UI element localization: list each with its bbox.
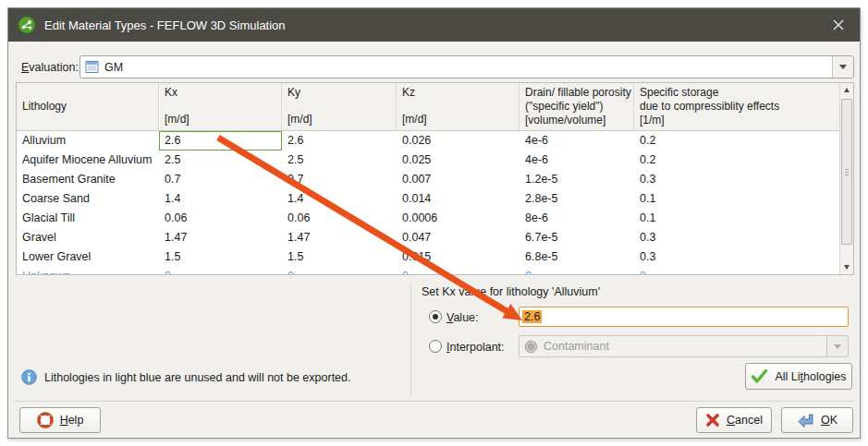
cancel-label: Cancel bbox=[727, 414, 763, 427]
value-cell[interactable]: 0.3 bbox=[634, 170, 853, 189]
column-header-line: Specific storage bbox=[640, 86, 847, 100]
value-cell[interactable]: 2.6 bbox=[282, 131, 397, 151]
value-cell[interactable]: 1.4 bbox=[159, 189, 282, 209]
column-header: Drain/ fillable porosity("specific yield… bbox=[520, 83, 634, 130]
value-cell[interactable]: 0.047 bbox=[397, 228, 520, 247]
value-cell[interactable]: 0.1 bbox=[634, 189, 853, 209]
column-header-line: [m/d] bbox=[287, 113, 390, 127]
scrollbar-grip bbox=[845, 172, 849, 173]
lithology-cell[interactable]: Basement Granite bbox=[17, 170, 159, 189]
table-row: Glacial Till0.060.060.00068e-60.1 bbox=[17, 209, 853, 228]
arrow-up-icon bbox=[844, 88, 850, 92]
info-note: Lithologies in light blue are unused and… bbox=[21, 369, 350, 385]
column-header: Lithology bbox=[17, 83, 159, 130]
interpolant-radio-label[interactable]: Interpolant: bbox=[446, 341, 505, 354]
close-icon[interactable] bbox=[826, 13, 850, 37]
evaluation-combobox[interactable]: GM bbox=[79, 55, 854, 78]
value-cell[interactable]: 1.5 bbox=[282, 247, 397, 267]
lithology-cell[interactable]: Coarse Sand bbox=[17, 189, 159, 209]
evaluation-dropdown-button[interactable] bbox=[832, 56, 853, 78]
value-cell[interactable]: 0.1 bbox=[634, 209, 853, 228]
cancel-button[interactable]: Cancel bbox=[696, 407, 772, 433]
value-cell[interactable]: 0 bbox=[159, 267, 282, 275]
value-cell[interactable]: 2.5 bbox=[159, 151, 282, 170]
lithology-cell[interactable]: Lower Gravel bbox=[17, 247, 159, 267]
scrollbar-thumb[interactable] bbox=[841, 99, 852, 245]
ok-button[interactable]: OK bbox=[781, 407, 853, 433]
table-scrollbar[interactable] bbox=[839, 83, 853, 274]
table-row: Aquifer Miocene Alluvium2.52.50.0254e-60… bbox=[17, 151, 853, 170]
lithology-cell[interactable]: Aquifer Miocene Alluvium bbox=[17, 151, 159, 170]
value-cell[interactable]: 0.7 bbox=[159, 170, 282, 189]
value-cell[interactable]: 0.007 bbox=[397, 170, 520, 189]
value-cell[interactable]: 0.06 bbox=[282, 209, 397, 228]
value-cell[interactable]: 0.7 bbox=[282, 170, 397, 189]
value-cell[interactable]: 2.6 bbox=[159, 131, 282, 151]
column-header-line: Kz bbox=[402, 86, 513, 100]
table-body: Alluvium2.62.60.0264e-60.2Aquifer Miocen… bbox=[17, 131, 853, 275]
value-input[interactable]: 2.6 bbox=[519, 307, 849, 327]
column-header-line: [m/d] bbox=[402, 113, 513, 127]
lithology-cell[interactable]: Glacial Till bbox=[17, 209, 159, 228]
value-cell[interactable]: 6.7e-5 bbox=[520, 228, 634, 247]
interpolant-combobox[interactable]: Contaminant bbox=[519, 335, 849, 357]
value-cell[interactable]: 1.4 bbox=[282, 189, 397, 209]
scroll-up-button[interactable] bbox=[840, 83, 853, 97]
column-header-line: [1/m] bbox=[640, 114, 847, 127]
column-header-line: [volume/volume] bbox=[525, 114, 628, 127]
lithology-cell[interactable]: Gravel bbox=[17, 228, 159, 247]
info-icon bbox=[21, 369, 37, 385]
column-header-line: ("specific yield") bbox=[525, 100, 628, 114]
ok-label: OK bbox=[821, 414, 837, 427]
value-cell[interactable]: 0 bbox=[634, 267, 853, 275]
value-cell[interactable]: 0.2 bbox=[634, 151, 853, 170]
column-header-line: Drain/ fillable porosity bbox=[525, 86, 628, 100]
column-header: Ky[m/d] bbox=[282, 83, 397, 130]
value-cell[interactable]: 0.06 bbox=[159, 209, 282, 228]
ok-return-arrow-icon bbox=[797, 412, 814, 428]
lithology-table: LithologyKx[m/d]Ky[m/d]Kz[m/d]Drain/ fil… bbox=[16, 82, 854, 275]
scroll-down-button[interactable] bbox=[840, 260, 853, 274]
value-cell[interactable]: 6.8e-5 bbox=[520, 247, 634, 267]
interpolant-radio[interactable] bbox=[429, 340, 442, 353]
value-cell[interactable]: 1.47 bbox=[159, 228, 282, 247]
check-icon bbox=[751, 368, 768, 384]
interpolant-dropdown-button[interactable] bbox=[826, 336, 848, 356]
value-cell[interactable]: 0.025 bbox=[397, 151, 520, 170]
editor-title: Set Kx value for lithology 'Alluvium' bbox=[422, 285, 600, 298]
value-cell[interactable]: 2.5 bbox=[282, 151, 397, 170]
titlebar[interactable]: Edit Material Types - FEFLOW 3D Simulati… bbox=[8, 8, 860, 42]
value-cell[interactable]: 0.2 bbox=[634, 131, 853, 151]
evaluation-item-icon bbox=[85, 60, 100, 74]
chevron-down-icon bbox=[834, 344, 841, 349]
chevron-down-icon bbox=[839, 65, 847, 69]
value-cell[interactable]: 0 bbox=[397, 267, 520, 275]
lithology-cell[interactable]: Unknown bbox=[17, 267, 159, 275]
help-label: Help bbox=[60, 414, 84, 427]
all-lithologies-button[interactable]: All Lithologies bbox=[745, 363, 852, 390]
value-cell[interactable]: 0.3 bbox=[634, 228, 853, 247]
value-radio-label[interactable]: Value: bbox=[446, 311, 479, 324]
value-cell[interactable]: 4e-6 bbox=[520, 131, 634, 151]
value-cell[interactable]: 0.026 bbox=[397, 131, 520, 151]
column-header-line: Ky bbox=[287, 86, 390, 100]
value-cell[interactable]: 0 bbox=[520, 267, 634, 275]
value-cell[interactable]: 4e-6 bbox=[520, 151, 634, 170]
table-row: Coarse Sand1.41.40.0142.8e-50.1 bbox=[17, 189, 853, 209]
value-cell[interactable]: 8e-6 bbox=[520, 209, 634, 228]
value-cell[interactable]: 0.0006 bbox=[397, 209, 520, 228]
value-cell[interactable]: 1.47 bbox=[282, 228, 397, 247]
value-cell[interactable]: 0.3 bbox=[634, 247, 853, 267]
value-cell[interactable]: 0 bbox=[282, 267, 397, 275]
help-button[interactable]: Help bbox=[19, 407, 101, 433]
table-row: Gravel1.471.470.0476.7e-50.3 bbox=[17, 228, 853, 247]
table-row: Unknown00000 bbox=[17, 267, 853, 275]
value-cell[interactable]: 1.2e-5 bbox=[520, 170, 634, 189]
value-cell[interactable]: 0.014 bbox=[397, 189, 520, 209]
value-cell[interactable]: 2.8e-5 bbox=[520, 189, 634, 209]
value-cell[interactable]: 1.5 bbox=[159, 247, 282, 267]
value-cell[interactable]: 0.015 bbox=[397, 247, 520, 267]
value-radio[interactable] bbox=[429, 310, 442, 323]
column-header: Specific storagedue to compressiblity ef… bbox=[634, 83, 853, 130]
lithology-cell[interactable]: Alluvium bbox=[17, 131, 159, 151]
